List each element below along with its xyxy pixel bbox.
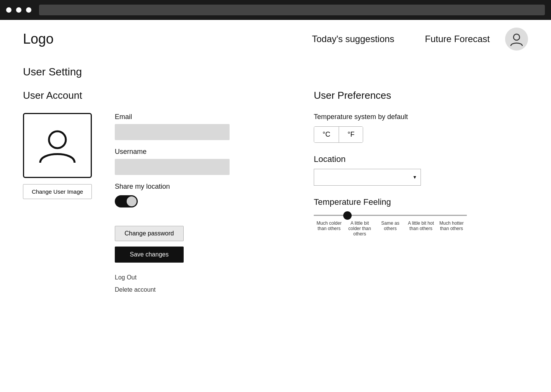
slider-label-0: Much colder than others	[314, 220, 344, 237]
title-bar	[0, 0, 551, 20]
nav-link-future-forecast[interactable]: Future Forecast	[425, 34, 490, 44]
change-user-image-button[interactable]: Change User Image	[23, 184, 92, 199]
log-out-link[interactable]: Log Out	[115, 274, 291, 281]
traffic-light-close[interactable]	[6, 7, 11, 13]
slider-label-1: A little bit colder than others	[344, 220, 375, 237]
logo[interactable]: Logo	[23, 31, 54, 47]
temp-toggle-group: °C °F	[314, 126, 363, 143]
user-preferences-section: User Preferences Temperature system by d…	[291, 90, 528, 293]
slider-track	[314, 215, 467, 216]
location-label: Location	[314, 154, 528, 164]
slider-label-3: A little bit hot than others	[406, 220, 436, 237]
share-location-group: Share my location	[115, 183, 291, 218]
username-input[interactable]	[115, 159, 230, 175]
user-preferences-heading: User Preferences	[314, 90, 528, 101]
svg-point-0	[514, 34, 520, 40]
slider-labels: Much colder than others A little bit col…	[314, 220, 467, 237]
change-password-button[interactable]: Change password	[115, 226, 184, 241]
slider-container: Much colder than others A little bit col…	[314, 215, 467, 237]
email-input[interactable]	[115, 124, 230, 140]
traffic-light-minimize[interactable]	[16, 7, 21, 13]
location-select-wrapper: ▼	[314, 169, 421, 186]
slider-thumb[interactable]	[343, 211, 352, 220]
navigation: Logo Today's suggestions Future Forecast	[0, 20, 551, 58]
share-location-label: Share my location	[115, 183, 291, 191]
celsius-button[interactable]: °C	[314, 127, 339, 142]
username-label: Username	[115, 148, 291, 156]
form-fields: Email Username Share my location Change	[115, 113, 291, 293]
nav-links: Today's suggestions Future Forecast	[312, 34, 490, 44]
fahrenheit-button[interactable]: °F	[339, 127, 363, 142]
email-field-group: Email	[115, 113, 291, 140]
address-bar[interactable]	[39, 5, 545, 15]
temp-feeling-label: Temperature Feeling	[314, 197, 528, 207]
delete-account-link[interactable]: Delete account	[115, 286, 291, 293]
temp-system-label: Temperature system by default	[314, 113, 528, 121]
email-label: Email	[115, 113, 291, 121]
toggle-knob	[127, 196, 137, 206]
share-location-toggle[interactable]	[115, 195, 138, 207]
location-select[interactable]	[314, 169, 421, 186]
user-image-placeholder	[23, 113, 92, 178]
avatar[interactable]	[505, 28, 528, 51]
user-account-heading: User Account	[23, 90, 291, 101]
avatar-area: Change User Image	[23, 113, 92, 199]
svg-point-1	[49, 131, 66, 148]
main-content: User Account Change User Image Email	[0, 90, 551, 293]
save-changes-button[interactable]: Save changes	[115, 247, 184, 263]
slider-label-2: Same as others	[375, 220, 406, 237]
traffic-light-maximize[interactable]	[26, 7, 31, 13]
nav-link-todays-suggestions[interactable]: Today's suggestions	[312, 34, 394, 44]
share-location-toggle-wrapper	[115, 195, 291, 207]
slider-label-4: Much hotter than others	[436, 220, 467, 237]
page-title: User Setting	[0, 58, 551, 90]
user-account-inner: Change User Image Email Username Share m…	[23, 113, 291, 293]
username-field-group: Username	[115, 148, 291, 175]
user-account-section: User Account Change User Image Email	[23, 90, 291, 293]
